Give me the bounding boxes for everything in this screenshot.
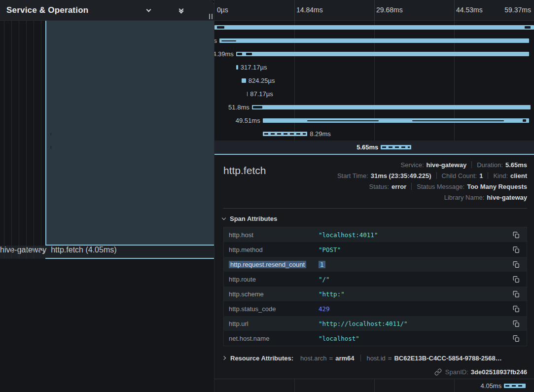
resource-value: arm64 bbox=[335, 355, 354, 362]
timeline-span-row[interactable]: 8.29ms bbox=[214, 127, 534, 141]
span-duration-label: 51.8ms bbox=[228, 101, 249, 114]
meta-label: Library Name: bbox=[444, 194, 485, 201]
span-duration-bar[interactable] bbox=[236, 52, 529, 56]
tree-indent-guide bbox=[19, 246, 19, 259]
tree-indent-guide bbox=[19, 21, 19, 246]
timeline-span-row[interactable]: 54.39ms bbox=[214, 47, 534, 61]
timeline-span-row[interactable] bbox=[214, 21, 534, 34]
timeline-span-row[interactable]: 87.17µs bbox=[214, 87, 534, 101]
meta-value: client bbox=[510, 172, 527, 179]
attribute-value: "localhost:4011" bbox=[319, 231, 509, 239]
resource-attribute: host.arch=arm64 bbox=[300, 355, 354, 362]
meta-label: Status: bbox=[369, 183, 389, 190]
attribute-value: "http:" bbox=[319, 290, 509, 298]
double-chevron-right-icon[interactable] bbox=[193, 6, 201, 14]
span-duration-bar[interactable] bbox=[252, 105, 531, 109]
meta-value: 1 bbox=[479, 172, 483, 179]
attribute-row[interactable]: http.host"localhost:4011" bbox=[224, 227, 527, 242]
span-detail-title: http.fetch bbox=[223, 165, 266, 177]
detail-meta-row: Library Name:hive-gateway bbox=[444, 192, 527, 203]
attribute-key: http.route bbox=[229, 276, 319, 283]
attribute-row[interactable]: net.host.name"localhost" bbox=[224, 331, 527, 346]
attribute-key: http.scheme bbox=[229, 290, 319, 298]
attribute-value: "localhost" bbox=[319, 335, 509, 342]
span-duration-bar[interactable] bbox=[214, 25, 534, 30]
span-duration-label: 87.17µs bbox=[250, 87, 273, 101]
bar-self-time-mark bbox=[217, 26, 224, 29]
meta-divider bbox=[411, 183, 412, 190]
meta-value: error bbox=[392, 183, 406, 190]
span-duration-bar[interactable] bbox=[219, 38, 529, 43]
tree-indent-guide bbox=[26, 21, 27, 246]
timeline-span-row[interactable]: 51.8ms bbox=[214, 101, 534, 114]
tree-indent-guide bbox=[4, 246, 4, 259]
attribute-row[interactable]: http.route"/" bbox=[224, 272, 527, 286]
span-attributes-title: Span Attributes bbox=[230, 215, 277, 222]
attribute-row[interactable]: http.status_code429 bbox=[224, 301, 527, 316]
link-icon bbox=[434, 368, 442, 376]
meta-value: 31ms (23:35:49.225) bbox=[371, 172, 431, 179]
bar-self-time-mark bbox=[253, 106, 262, 108]
chevron-right-icon bbox=[222, 356, 226, 360]
timeline-span-row[interactable]: 49.51ms bbox=[214, 114, 534, 127]
attribute-row[interactable]: http.method"POST" bbox=[224, 242, 527, 257]
attribute-row[interactable]: http.request.resend_count1 bbox=[224, 257, 527, 272]
meta-value: hive-gateway bbox=[487, 194, 527, 201]
span-detail-meta: Service:hive-gatewayDuration:5.65msStart… bbox=[214, 155, 534, 203]
span-duration-label: 49.51ms bbox=[236, 114, 260, 127]
span-duration-bar[interactable] bbox=[504, 384, 526, 388]
double-chevron-down-icon[interactable] bbox=[177, 6, 185, 14]
copy-icon[interactable] bbox=[509, 261, 527, 268]
attribute-value-selection: 1 bbox=[319, 261, 325, 268]
timeline-tick-label: 29.68ms bbox=[376, 0, 403, 20]
copy-icon[interactable] bbox=[509, 305, 527, 313]
copy-icon[interactable] bbox=[509, 246, 527, 253]
attribute-value: 429 bbox=[319, 305, 509, 313]
meta-value: hive-gateway bbox=[427, 161, 467, 169]
copy-icon[interactable] bbox=[509, 276, 527, 283]
copy-icon[interactable] bbox=[509, 320, 527, 327]
timeline-header: 0µs14.84ms29.68ms44.53ms59.37ms bbox=[214, 0, 534, 21]
chevron-down-icon[interactable] bbox=[144, 6, 152, 14]
trace-viewer-window: Service & Operation hive-gateway POST (5… bbox=[0, 0, 534, 392]
column-resize-handle-icon[interactable] bbox=[209, 14, 213, 19]
timeline-tick-label: 44.53ms bbox=[456, 0, 483, 20]
attribute-row[interactable]: http.url"http://localhost:4011/" bbox=[224, 316, 527, 331]
timeline-span-row[interactable]: 824.25µs bbox=[214, 74, 534, 87]
timeline-tick-label: 0µs bbox=[217, 0, 228, 20]
bar-self-time-mark bbox=[221, 40, 236, 41]
attribute-row[interactable]: http.scheme"http:" bbox=[224, 286, 527, 301]
span-duration-bar[interactable] bbox=[381, 145, 411, 149]
detail-meta-row: Start Time:31ms (23:35:49.225)Child Coun… bbox=[337, 170, 527, 181]
timeline-span-row[interactable]: 57.57ms bbox=[214, 34, 534, 47]
meta-divider bbox=[471, 161, 472, 168]
meta-divider bbox=[488, 172, 488, 179]
meta-label: Duration: bbox=[477, 161, 503, 169]
meta-label: Status Message: bbox=[417, 183, 464, 190]
timeline-body: 57.57ms54.39ms317.17µs824.25µs87.17µs51.… bbox=[214, 21, 534, 154]
resource-attributes-row[interactable]: Resource Attributes: host.arch=arm64host… bbox=[222, 353, 527, 363]
span-duration-label: 4.05ms bbox=[481, 379, 502, 392]
timeline-span-row[interactable]: 317.17µs bbox=[214, 61, 534, 74]
copy-icon[interactable] bbox=[509, 231, 527, 239]
tree-toolbar bbox=[144, 6, 208, 14]
span-attributes-section-header[interactable]: Span Attributes bbox=[222, 215, 534, 222]
span-duration-bar[interactable] bbox=[236, 65, 238, 70]
attribute-key: http.status_code bbox=[229, 305, 319, 313]
meta-label: Start Time: bbox=[337, 172, 368, 179]
copy-icon[interactable] bbox=[509, 290, 527, 298]
bar-self-time-mark bbox=[237, 53, 242, 55]
span-row[interactable]: hive-gateway http.fetch (4.05ms) bbox=[0, 246, 214, 259]
chevron-right-icon[interactable] bbox=[161, 6, 169, 14]
tree-panel-header: Service & Operation bbox=[0, 0, 214, 21]
span-duration-bar[interactable] bbox=[247, 92, 248, 96]
span-duration-bar[interactable] bbox=[242, 78, 246, 83]
resource-key: host.arch bbox=[300, 355, 326, 362]
span-duration-bar[interactable] bbox=[263, 132, 307, 136]
timeline-span-row[interactable]: 5.65ms bbox=[214, 141, 534, 154]
copy-icon[interactable] bbox=[509, 335, 527, 342]
span-operation-name: http.fetch (4.05ms) bbox=[51, 246, 116, 254]
span-duration-label: 317.17µs bbox=[241, 61, 267, 74]
error-icon bbox=[47, 130, 55, 138]
span-id-label: SpanID: bbox=[445, 368, 468, 376]
